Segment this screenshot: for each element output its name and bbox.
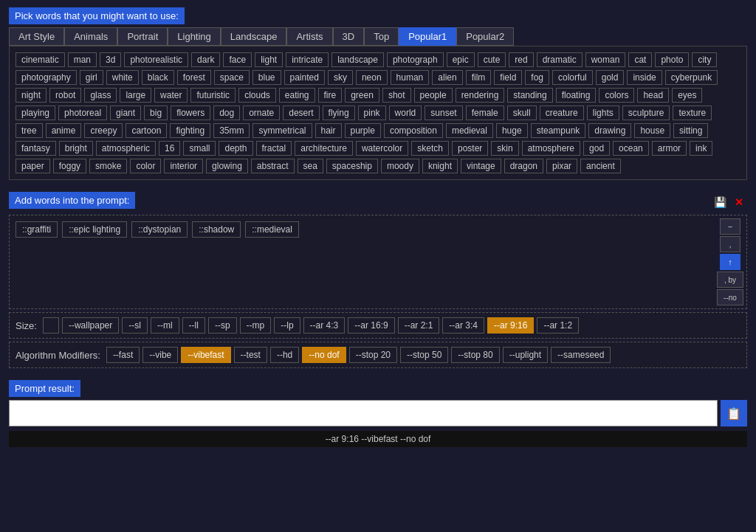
tab-portrait[interactable]: Portrait	[117, 27, 168, 46]
word-tag[interactable]: pixar	[546, 159, 577, 173]
word-tag[interactable]: sitting	[673, 123, 708, 138]
word-tag[interactable]: 16	[159, 141, 180, 156]
word-tag[interactable]: big	[144, 106, 168, 120]
word-tag[interactable]: floating	[556, 88, 597, 103]
word-tag[interactable]: fog	[525, 70, 549, 85]
word-tag[interactable]: 35mm	[213, 123, 250, 138]
word-tag[interactable]: paper	[16, 159, 50, 173]
word-tag[interactable]: anime	[46, 123, 82, 138]
algo-btn-sameseed[interactable]: --sameseed	[551, 347, 611, 363]
word-tag[interactable]: sky	[328, 70, 353, 85]
algo-btn-hd[interactable]: --hd	[270, 347, 299, 363]
word-tag[interactable]: fantasy	[16, 141, 56, 156]
tab-popular2[interactable]: Popular2	[456, 27, 514, 46]
word-tag[interactable]: sketch	[411, 141, 449, 156]
word-tag[interactable]: film	[466, 70, 492, 85]
word-tag[interactable]: alien	[432, 70, 462, 85]
word-tag[interactable]: foggy	[53, 159, 86, 173]
algo-btn-uplight[interactable]: --uplight	[503, 347, 548, 363]
minus-button[interactable]: −	[720, 218, 740, 235]
algo-btn-fast[interactable]: --fast	[106, 347, 140, 363]
prompt-tag[interactable]: ::shadow	[192, 221, 241, 238]
tab-artists[interactable]: Artists	[286, 27, 332, 46]
word-tag[interactable]: people	[414, 88, 453, 103]
word-tag[interactable]: bright	[59, 141, 93, 156]
word-tag[interactable]: cartoon	[126, 123, 167, 138]
word-tag[interactable]: skin	[491, 141, 518, 156]
word-tag[interactable]: huge	[496, 123, 528, 138]
word-tag[interactable]: spaceship	[326, 159, 378, 173]
close-icon[interactable]: ✕	[731, 194, 747, 210]
word-tag[interactable]: watercolor	[356, 141, 408, 156]
word-tag[interactable]: skull	[507, 106, 537, 120]
word-tag[interactable]: interior	[164, 159, 203, 173]
word-tag[interactable]: color	[130, 159, 161, 173]
word-tag[interactable]: dog	[213, 106, 240, 120]
prompt-tag[interactable]: ::medieval	[245, 221, 299, 238]
word-tag[interactable]: abstract	[251, 159, 295, 173]
word-tag[interactable]: composition	[384, 123, 443, 138]
word-tag[interactable]: photorealistic	[124, 52, 188, 67]
word-tag[interactable]: gold	[596, 70, 625, 85]
word-tag[interactable]: world	[389, 106, 422, 120]
by-button[interactable]: , by	[717, 272, 743, 288]
word-tag[interactable]: face	[223, 52, 252, 67]
word-tag[interactable]: glowing	[206, 159, 248, 173]
word-tag[interactable]: sunset	[425, 106, 462, 120]
word-tag[interactable]: atmospheric	[96, 141, 156, 156]
word-tag[interactable]: texture	[673, 106, 712, 120]
word-tag[interactable]: eating	[279, 88, 315, 103]
word-tag[interactable]: colors	[599, 88, 634, 103]
word-tag[interactable]: eyes	[672, 88, 702, 103]
word-tag[interactable]: painted	[284, 70, 325, 85]
algo-btn-no-dof[interactable]: --no dof	[302, 347, 346, 363]
word-tag[interactable]: cinematic	[16, 52, 65, 67]
word-tag[interactable]: red	[509, 52, 533, 67]
word-tag[interactable]: man	[68, 52, 97, 67]
word-tag[interactable]: vintage	[461, 159, 501, 173]
word-tag[interactable]: white	[106, 70, 139, 85]
word-tag[interactable]: city	[692, 52, 717, 67]
word-tag[interactable]: flowers	[171, 106, 210, 120]
word-tag[interactable]: glass	[84, 88, 117, 103]
word-tag[interactable]: black	[142, 70, 174, 85]
word-tag[interactable]: photoreal	[58, 106, 107, 120]
size-btn---sl[interactable]: --sl	[122, 317, 148, 334]
word-tag[interactable]: neon	[356, 70, 388, 85]
algo-btn-test[interactable]: --test	[234, 347, 267, 363]
word-tag[interactable]: night	[16, 88, 47, 103]
word-tag[interactable]: steampunk	[531, 123, 586, 138]
word-tag[interactable]: depth	[219, 141, 252, 156]
word-tag[interactable]: smoke	[89, 159, 127, 173]
no-button[interactable]: --no	[717, 289, 743, 305]
word-tag[interactable]: cyberpunk	[665, 70, 718, 85]
word-tag[interactable]: drawing	[588, 123, 631, 138]
word-tag[interactable]: 3d	[100, 52, 121, 67]
word-tag[interactable]: photograph	[387, 52, 444, 67]
word-tag[interactable]: desert	[283, 106, 319, 120]
word-tag[interactable]: shot	[382, 88, 411, 103]
size-btn---ll[interactable]: --ll	[182, 317, 205, 334]
prompt-result-input[interactable]	[9, 400, 718, 426]
word-tag[interactable]: lights	[587, 106, 619, 120]
word-tag[interactable]: clouds	[238, 88, 276, 103]
word-tag[interactable]: intricate	[286, 52, 329, 67]
prompt-tag[interactable]: ::dystopian	[131, 221, 188, 238]
word-tag[interactable]: symmetrical	[252, 123, 312, 138]
word-tag[interactable]: fighting	[170, 123, 210, 138]
tab-top[interactable]: Top	[364, 27, 399, 46]
word-tag[interactable]: purple	[345, 123, 381, 138]
size-btn---ar-12[interactable]: --ar 1:2	[537, 317, 579, 334]
size-btn---ar-916[interactable]: --ar 9:16	[487, 317, 534, 334]
word-tag[interactable]: green	[345, 88, 379, 103]
tab-3d[interactable]: 3D	[333, 27, 365, 46]
tab-lighting[interactable]: Lighting	[168, 27, 221, 46]
algo-btn-stop-80[interactable]: --stop 80	[451, 347, 499, 363]
word-tag[interactable]: fractal	[256, 141, 292, 156]
word-tag[interactable]: head	[637, 88, 669, 103]
word-tag[interactable]: cute	[478, 52, 506, 67]
size-btn---ar-34[interactable]: --ar 3:4	[442, 317, 484, 334]
word-tag[interactable]: atmosphere	[522, 141, 580, 156]
size-btn---lp[interactable]: --lp	[274, 317, 300, 334]
word-tag[interactable]: sculpture	[622, 106, 670, 120]
